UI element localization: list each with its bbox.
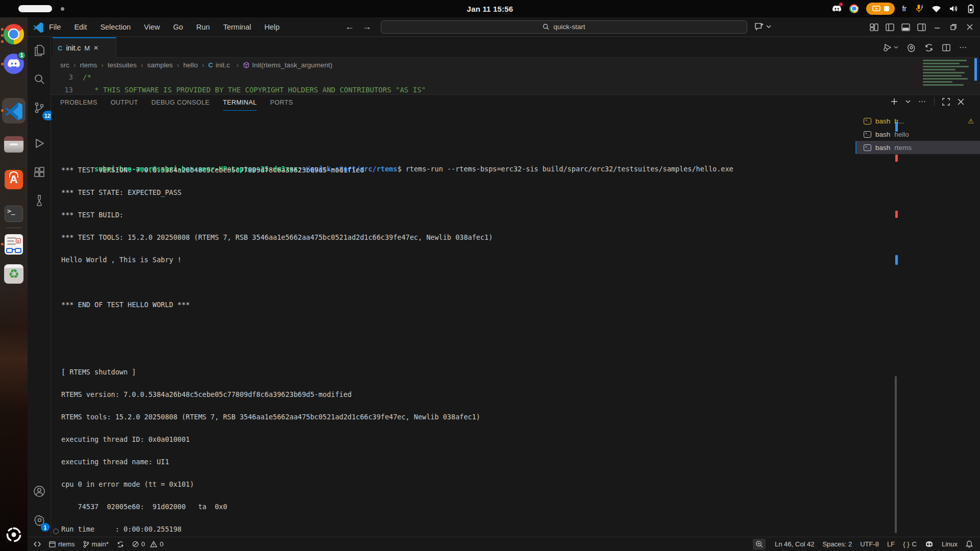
workspace-indicator[interactable]: rtems bbox=[45, 537, 79, 551]
terminal-line: RTEMS tools: 15.2.0 20250808 (RTEMS 7, R… bbox=[61, 406, 493, 428]
window-icon bbox=[49, 541, 56, 547]
run-file-button[interactable] bbox=[883, 43, 898, 52]
remote-os-indicator[interactable]: Linux bbox=[938, 537, 962, 551]
breadcrumb-item[interactable]: testsuites bbox=[108, 61, 148, 69]
panel-tab[interactable]: TERMINAL bbox=[223, 99, 257, 111]
copilot-chat-button[interactable] bbox=[754, 22, 771, 31]
restore-button[interactable] bbox=[950, 24, 957, 30]
toggle-primary-sidebar-icon[interactable] bbox=[886, 23, 894, 31]
screen-share-indicator[interactable] bbox=[866, 3, 895, 15]
zoom-status-icon[interactable] bbox=[753, 539, 766, 550]
minimap[interactable] bbox=[922, 58, 973, 94]
terminal-line: *** TEST STATE: EXPECTED_PASS bbox=[61, 181, 493, 204]
views-more-actions-icon[interactable]: ⋯ bbox=[918, 97, 926, 106]
menu-item[interactable]: File bbox=[49, 23, 61, 31]
language-mode[interactable]: { }C bbox=[899, 537, 921, 551]
remote-indicator[interactable] bbox=[30, 537, 45, 551]
menu-item[interactable]: Selection bbox=[100, 23, 131, 31]
microphone-icon[interactable] bbox=[914, 4, 924, 14]
dock: 1 A >_ e ♻ bbox=[0, 17, 28, 551]
workspace-dot bbox=[61, 7, 64, 11]
menu-item[interactable]: View bbox=[144, 23, 160, 31]
encoding[interactable]: UTF-8 bbox=[856, 537, 883, 551]
extensions-icon[interactable] bbox=[33, 166, 45, 178]
menu-item[interactable]: Help bbox=[264, 23, 280, 31]
sync-indicator[interactable] bbox=[113, 537, 128, 551]
dock-ubuntu-software[interactable]: A bbox=[4, 169, 24, 190]
new-terminal-icon[interactable] bbox=[891, 98, 898, 105]
stop-recording-button[interactable] bbox=[884, 6, 889, 11]
run-debug-icon[interactable] bbox=[33, 137, 45, 149]
breadcrumb-item[interactable]: hello bbox=[183, 61, 208, 69]
breadcrumb-item[interactable]: src bbox=[60, 61, 80, 69]
toggle-secondary-sidebar-icon[interactable] bbox=[917, 23, 926, 31]
dock-discord[interactable]: 1 bbox=[4, 54, 24, 74]
dock-document-viewer[interactable]: e bbox=[4, 234, 24, 255]
breadcrumb-item[interactable]: samples bbox=[147, 61, 183, 69]
explorer-icon[interactable] bbox=[33, 44, 45, 57]
problems-indicator[interactable]: 0 0 bbox=[128, 537, 167, 551]
wifi-icon[interactable] bbox=[931, 4, 941, 14]
copilot-status-icon[interactable] bbox=[921, 537, 938, 551]
customize-layout-icon[interactable] bbox=[870, 23, 878, 31]
launch-profile-chevron-icon[interactable] bbox=[905, 100, 911, 104]
close-button[interactable] bbox=[967, 24, 973, 30]
show-applications-button[interactable] bbox=[4, 524, 24, 545]
dock-trash[interactable]: ♻ bbox=[4, 264, 24, 284]
terminal-mini-icon: >_ bbox=[864, 118, 871, 124]
terminal-output[interactable]: sabri-ben-amor@sabri-ben-amor-HP-Laptop-… bbox=[51, 114, 896, 537]
panel-tab[interactable]: PROBLEMS bbox=[60, 99, 97, 111]
panel-tab[interactable]: OUTPUT bbox=[111, 99, 138, 111]
toggle-panel-icon[interactable] bbox=[901, 23, 910, 31]
breadcrumb: srcrtemstestsuitessampleshello C init.c … bbox=[51, 58, 980, 71]
split-editor-icon[interactable] bbox=[942, 44, 950, 52]
testing-icon[interactable] bbox=[33, 194, 45, 207]
terminal-line: *** TEST BUILD: bbox=[61, 204, 493, 226]
nav-back-button[interactable]: ← bbox=[345, 21, 354, 32]
battery-icon[interactable] bbox=[966, 4, 976, 14]
breadcrumb-item[interactable]: rtems bbox=[80, 61, 108, 69]
terminal-tab-bash-hello[interactable]: >_ bash hello bbox=[855, 128, 980, 141]
close-panel-icon[interactable] bbox=[958, 98, 964, 105]
menu-item[interactable]: Run bbox=[197, 23, 210, 31]
terminal-scrollbar[interactable] bbox=[895, 376, 897, 533]
terminal-tab-bash-h[interactable]: >_ bash h... ⚠ bbox=[855, 114, 980, 128]
nav-forward-button[interactable]: → bbox=[362, 21, 372, 32]
terminal-tabs-list: >_ bash h... ⚠ >_ bash hello >_ bash rte… bbox=[855, 114, 980, 154]
menu-item[interactable]: Go bbox=[173, 23, 183, 31]
breadcrumb-file[interactable]: C init.c bbox=[208, 61, 243, 69]
minimize-button[interactable] bbox=[934, 24, 940, 30]
git-branch-indicator[interactable]: main* bbox=[79, 537, 113, 551]
command-decoration-circle[interactable] bbox=[53, 529, 59, 534]
dock-chrome[interactable] bbox=[4, 24, 24, 44]
terminal-tab-bash-rtems[interactable]: >_ bash rtems bbox=[855, 141, 980, 154]
chrome-tray-icon[interactable] bbox=[849, 4, 859, 14]
menu-item[interactable]: Terminal bbox=[223, 23, 251, 31]
more-actions-icon[interactable]: ⋯ bbox=[959, 43, 967, 52]
command-center-search[interactable]: quick-start bbox=[381, 20, 747, 34]
discord-tray-icon[interactable] bbox=[831, 4, 842, 14]
error-icon bbox=[132, 541, 139, 547]
panel-tab[interactable]: DEBUG CONSOLE bbox=[151, 99, 209, 111]
search-sidebar-icon[interactable] bbox=[33, 73, 45, 85]
editor-actions: ⋯ bbox=[883, 37, 967, 58]
notifications-bell-icon[interactable] bbox=[962, 537, 977, 551]
maximize-panel-icon[interactable] bbox=[942, 98, 950, 106]
keyboard-layout-indicator[interactable]: fr bbox=[902, 5, 906, 13]
accounts-icon[interactable] bbox=[33, 485, 45, 497]
dock-terminal[interactable]: >_ bbox=[4, 204, 24, 224]
tab-close-icon[interactable]: ✕ bbox=[93, 44, 99, 52]
dock-files[interactable] bbox=[4, 134, 24, 155]
settings-action-icon[interactable] bbox=[907, 43, 916, 52]
editor-code-area[interactable]: 3 /* 13 * THIS SOFTWARE IS PROVIDED BY T… bbox=[51, 71, 919, 94]
sync-changes-icon[interactable] bbox=[924, 43, 934, 52]
menu-item[interactable]: Edit bbox=[74, 23, 87, 31]
indentation[interactable]: Spaces: 2 bbox=[818, 537, 856, 551]
breadcrumb-symbol[interactable]: Init(rtems_task_argument) bbox=[243, 61, 333, 69]
tab-init-c[interactable]: C init.c M ✕ bbox=[53, 37, 116, 58]
dock-vscode[interactable] bbox=[4, 101, 24, 121]
eol-sequence[interactable]: LF bbox=[883, 537, 899, 551]
cursor-position[interactable]: Ln 46, Col 42 bbox=[771, 537, 818, 551]
volume-icon[interactable] bbox=[948, 4, 959, 14]
panel-tab[interactable]: PORTS bbox=[270, 99, 293, 111]
